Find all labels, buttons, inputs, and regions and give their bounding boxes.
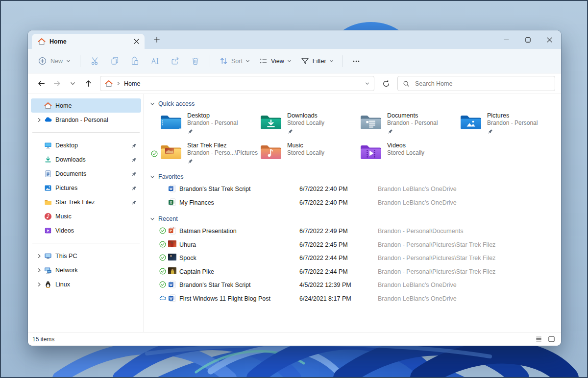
- chevron-right-icon: [116, 81, 121, 86]
- file-row-brandon-s-star-trek-script[interactable]: WBrandon's Star Trek Script6/7/2022 2:40…: [149, 182, 561, 196]
- recent-locations-button[interactable]: [65, 76, 80, 91]
- paste-icon: [130, 56, 140, 66]
- quick-access-tile-music[interactable]: MusicStored Locally: [260, 142, 360, 167]
- breadcrumb[interactable]: Home: [124, 80, 140, 87]
- sync-ok-icon: [151, 150, 158, 159]
- file-date-modified: 6/7/2022 2:40 PM: [299, 199, 348, 206]
- quick-access-tile-pictures[interactable]: PicturesBrandon - Personal: [460, 112, 560, 137]
- sidebar-item-music[interactable]: Music: [31, 209, 141, 223]
- sidebar-item-network[interactable]: Network: [31, 263, 141, 277]
- tile-downloads: [260, 112, 282, 132]
- powerpoint-icon: P: [168, 227, 176, 236]
- chevron-right-icon[interactable]: [34, 252, 44, 260]
- chevron-right-icon[interactable]: [34, 116, 44, 124]
- file-row-spock[interactable]: Spock6/7/2022 2:44 PMBrandon - Personal\…: [149, 251, 561, 265]
- back-button[interactable]: [34, 76, 49, 91]
- chevron-right-icon[interactable]: [34, 281, 44, 288]
- thumb-spock: [168, 254, 176, 262]
- more-options-button[interactable]: [347, 53, 365, 70]
- new-tab-button[interactable]: [150, 33, 163, 46]
- filter-button[interactable]: Filter: [296, 53, 338, 69]
- quick-access-tile-star-trek-filez[interactable]: Star Trek FilezBrandon - Perso...\Pictur…: [160, 142, 260, 167]
- sidebar-item-desktop[interactable]: Desktop: [31, 138, 141, 152]
- file-date-modified: 6/7/2022 2:40 PM: [299, 186, 348, 192]
- sidebar-item-home[interactable]: Home: [31, 98, 141, 113]
- up-button[interactable]: [81, 76, 96, 91]
- rename-button[interactable]: [145, 52, 165, 70]
- sidebar-item-star-trek-filez[interactable]: Star Trek Filez: [31, 195, 141, 209]
- search-box[interactable]: [397, 76, 555, 91]
- section-quick-access-header[interactable]: Quick access: [150, 100, 561, 107]
- tab-title: Home: [49, 38, 127, 45]
- chevron-down-icon: [150, 216, 155, 221]
- new-button[interactable]: New: [33, 53, 75, 69]
- tile-subtitle: Stored Locally: [287, 149, 324, 156]
- folder-icon: [44, 198, 52, 206]
- paste-button[interactable]: [125, 52, 145, 70]
- large-icons-view-button[interactable]: [546, 334, 556, 344]
- sort-button[interactable]: Sort: [215, 53, 254, 69]
- pin-icon: [131, 199, 137, 208]
- pin-icon: [387, 128, 438, 134]
- file-location: Brandon LeBlanc's OneDrive: [378, 186, 457, 192]
- svg-text:P: P: [170, 229, 172, 233]
- section-title: Favorites: [158, 173, 183, 180]
- tab-home[interactable]: Home: [32, 34, 145, 49]
- address-bar[interactable]: Home: [100, 76, 374, 91]
- tab-close-button[interactable]: [131, 36, 142, 47]
- tile-music: [260, 142, 282, 162]
- file-row-my-finances[interactable]: XMy Finances6/7/2022 2:40 PMBrandon LeBl…: [149, 196, 561, 210]
- videos-icon: [44, 227, 52, 235]
- sidebar-item-videos[interactable]: Videos: [31, 223, 141, 237]
- chevron-spacer: [34, 227, 44, 235]
- sidebar-item-pictures[interactable]: Pictures: [31, 181, 141, 195]
- view-toggle-group: [534, 334, 556, 344]
- file-name: Brandon's Star Trek Script: [179, 282, 251, 288]
- sidebar-item-brandon-personal[interactable]: Brandon - Personal: [31, 113, 141, 127]
- quick-access-tile-desktop[interactable]: DesktopBrandon - Personal: [160, 112, 260, 137]
- file-row-uhura[interactable]: Uhura6/7/2022 2:45 PMBrandon - Personal\…: [149, 238, 561, 252]
- copy-button[interactable]: [105, 52, 125, 70]
- view-button[interactable]: View: [254, 53, 296, 69]
- quick-access-tile-downloads[interactable]: DownloadsStored Locally: [260, 112, 360, 137]
- quick-access-tile-documents[interactable]: DocumentsBrandon - Personal: [360, 112, 460, 137]
- chevron-right-icon[interactable]: [34, 266, 44, 274]
- cut-icon: [90, 56, 99, 66]
- maximize-button[interactable]: [517, 30, 539, 49]
- section-favorites-header[interactable]: Favorites: [150, 173, 561, 180]
- chevron-down-icon: [150, 101, 155, 106]
- sidebar-item-downloads[interactable]: Downloads: [31, 152, 141, 166]
- delete-button[interactable]: [185, 52, 205, 70]
- details-view-button[interactable]: [534, 334, 543, 344]
- minimize-button[interactable]: [495, 30, 517, 49]
- sidebar-item-linux[interactable]: Linux: [31, 277, 141, 291]
- recent-list: PBatman Presentation6/7/2022 2:49 PMBran…: [149, 224, 561, 305]
- explorer-body: HomeBrandon - PersonalDesktopDownloadsDo…: [28, 94, 561, 332]
- quick-access-tile-videos[interactable]: VideosStored Locally: [360, 142, 460, 167]
- address-dropdown-icon[interactable]: [365, 81, 369, 86]
- sidebar-item-documents[interactable]: Documents: [31, 166, 141, 181]
- file-row-brandon-s-star-trek-script[interactable]: WBrandon's Star Trek Script4/5/2022 12:3…: [149, 278, 561, 292]
- pin-icon: [187, 158, 258, 164]
- cut-button[interactable]: [85, 52, 105, 70]
- sidebar-item-this-pc[interactable]: This PC: [31, 249, 141, 263]
- close-button[interactable]: [539, 30, 560, 49]
- pin-icon: [131, 185, 137, 193]
- forward-button[interactable]: [49, 76, 64, 91]
- sidebar-separator: [32, 132, 140, 133]
- home-icon: [38, 38, 46, 46]
- file-row-first-windows-11-flight-blog-post[interactable]: WFirst Windows 11 Flight Blog Post6/24/2…: [149, 292, 561, 306]
- file-row-batman-presentation[interactable]: PBatman Presentation6/7/2022 2:49 PMBran…: [149, 224, 561, 238]
- section-recent-header[interactable]: Recent: [150, 215, 561, 222]
- chevron-spacer: [34, 102, 44, 110]
- filter-button-label: Filter: [313, 58, 326, 65]
- refresh-button[interactable]: [379, 76, 393, 91]
- sidebar-item-label: This PC: [55, 253, 77, 260]
- search-input[interactable]: [414, 80, 550, 88]
- file-row-captain-pike[interactable]: Captain Pike6/7/2022 2:44 PMBrandon - Pe…: [149, 265, 561, 279]
- file-location: Brandon - Personal\Pictures\Star Trek Fi…: [378, 268, 495, 275]
- pin-icon: [131, 156, 137, 165]
- file-location: Brandon LeBlanc's OneDrive: [378, 295, 457, 302]
- tile-title: Music: [287, 142, 324, 149]
- share-button[interactable]: [165, 52, 185, 70]
